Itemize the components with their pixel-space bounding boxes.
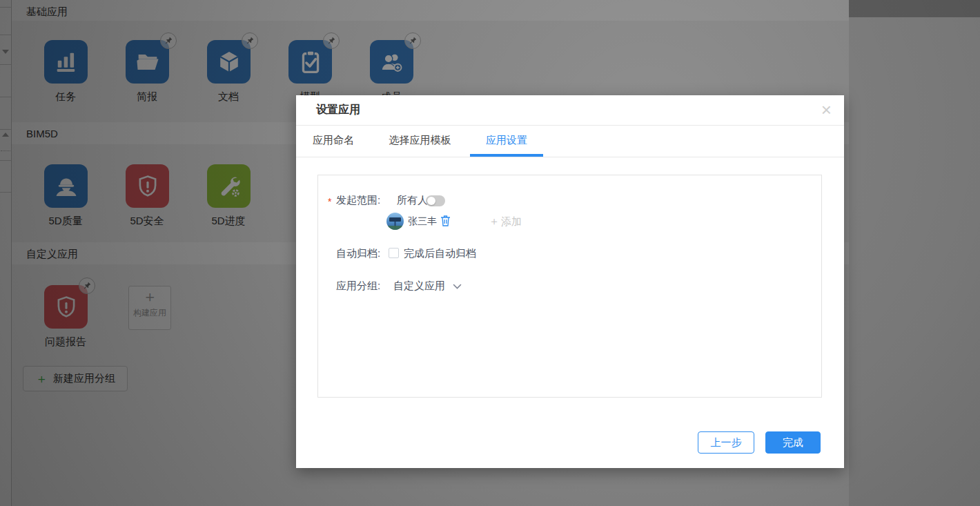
group-label: 应用分组: xyxy=(336,280,380,293)
close-icon[interactable]: × xyxy=(821,99,832,120)
everyone-toggle[interactable] xyxy=(426,195,445,206)
member-name: 张三丰 xyxy=(408,215,437,228)
add-member-button[interactable]: ＋添加 xyxy=(489,215,522,229)
archive-option-label[interactable]: 完成后自动归档 xyxy=(404,247,476,260)
chevron-down-icon xyxy=(453,284,462,290)
add-label: 添加 xyxy=(501,215,522,227)
setup-app-modal: 设置应用 × 应用命名 选择应用模板 应用设置 * 发起范围: 所有人 张三丰 xyxy=(296,95,844,468)
modal-title: 设置应用 xyxy=(316,103,360,117)
modal-tabs: 应用命名 选择应用模板 应用设置 xyxy=(296,126,844,157)
auto-archive-checkbox[interactable] xyxy=(389,248,399,258)
tab-app-settings[interactable]: 应用设置 xyxy=(470,126,543,157)
everyone-label: 所有人 xyxy=(397,194,428,207)
delete-member-icon[interactable] xyxy=(440,215,451,226)
toggle-knob xyxy=(427,197,435,205)
app-group-dropdown[interactable]: 自定义应用 xyxy=(393,280,457,293)
app-screen: 基础应用 任务 简报 xyxy=(0,0,980,506)
previous-step-button[interactable]: 上一步 xyxy=(698,431,754,454)
finish-button[interactable]: 完成 xyxy=(765,431,821,454)
group-value: 自定义应用 xyxy=(393,280,445,291)
scope-label: 发起范围: xyxy=(336,194,380,207)
member-avatar xyxy=(386,213,404,230)
archive-label: 自动归档: xyxy=(336,247,380,260)
tab-app-naming[interactable]: 应用命名 xyxy=(297,126,370,157)
tab-choose-template[interactable]: 选择应用模板 xyxy=(373,126,467,157)
required-asterisk: * xyxy=(328,196,331,207)
plus-icon: ＋ xyxy=(489,215,500,227)
